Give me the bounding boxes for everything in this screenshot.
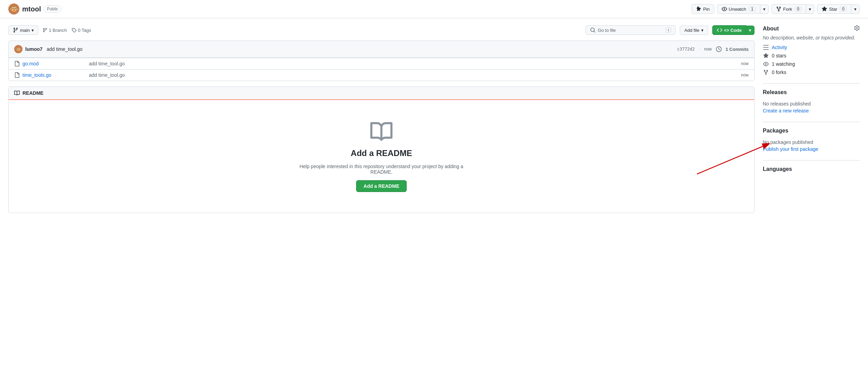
- divider-2: [763, 122, 860, 122]
- branch-name: main: [20, 28, 30, 33]
- commit-meta: c3772d2 · now 1 Commits: [677, 46, 749, 52]
- add-file-button[interactable]: Add file ▾: [680, 26, 708, 35]
- pin-icon: [696, 6, 702, 12]
- star-button[interactable]: Star 0: [817, 4, 851, 14]
- goto-file-label: Go to file: [598, 28, 616, 33]
- commit-message: add time_tool.go: [47, 46, 83, 52]
- gear-button[interactable]: [854, 25, 860, 32]
- goto-file-shortcut: t: [666, 27, 671, 33]
- stat-list: Activity 0 stars 1 watching 0 forks: [763, 45, 860, 75]
- publish-package-link[interactable]: Publish your first package: [763, 146, 818, 152]
- code-dropdown[interactable]: ▾: [746, 26, 754, 35]
- fork-dropdown[interactable]: ▾: [806, 4, 814, 14]
- watching-count: 1 watching: [772, 61, 795, 67]
- file-name-cell: go.mod: [14, 61, 83, 66]
- readme-header: README: [9, 87, 754, 100]
- packages-none-label: No packages published: [763, 139, 860, 145]
- releases-header: Releases: [763, 89, 860, 98]
- pin-label: Pin: [703, 7, 710, 12]
- code-group: <> Code ▾: [712, 25, 754, 35]
- activity-link[interactable]: Activity: [772, 45, 787, 50]
- divider-3: [763, 160, 860, 161]
- commit-header: 🐵 lumoo7 add time_tool.go c3772d2 · now …: [8, 40, 754, 57]
- table-row: go.mod add time_tool.go now: [9, 58, 754, 69]
- readme-section: README Add a README Help people interest…: [8, 86, 754, 213]
- star-count: 0: [840, 6, 847, 12]
- pin-button[interactable]: Pin: [691, 4, 714, 14]
- unwatch-button[interactable]: Unwatch 1: [717, 4, 760, 14]
- branch-count-icon: [43, 28, 47, 33]
- unwatch-dropdown[interactable]: ▾: [760, 4, 769, 14]
- readme-description: Help people interested in this repositor…: [298, 164, 464, 175]
- commits-link[interactable]: 1 Commits: [726, 47, 749, 52]
- repo-name: mtool: [22, 5, 41, 13]
- stat-activity: Activity: [763, 45, 860, 50]
- file-link[interactable]: go.mod: [22, 61, 39, 66]
- top-bar: 🐵 mtool Public Pin Unwatch 1 ▾ Fork 0: [0, 0, 868, 18]
- unwatch-label: Unwatch: [729, 7, 747, 12]
- readme-main-title: Add a README: [351, 148, 412, 158]
- file-commit-msg: add time_tool.go: [89, 72, 735, 78]
- file-time: now: [741, 61, 749, 66]
- branch-info: 1 Branch 0 Tags: [43, 28, 91, 33]
- file-name-cell: time_tools.go: [14, 72, 83, 78]
- fork-icon: [776, 6, 781, 12]
- file-link[interactable]: time_tools.go: [22, 72, 51, 78]
- file-table: go.mod add time_tool.go now time_tools.g…: [8, 57, 754, 81]
- right-panel: About No description, website, or topics…: [763, 25, 860, 213]
- languages-section: Languages: [763, 166, 860, 172]
- code-button[interactable]: <> Code: [712, 25, 746, 35]
- fork-count: 0: [795, 6, 802, 12]
- commit-hash[interactable]: c3772d2: [677, 47, 695, 52]
- fork-stat-icon: [763, 70, 769, 75]
- readme-title: README: [22, 90, 44, 96]
- search-icon: [590, 27, 596, 33]
- star-stat-icon: [763, 53, 769, 58]
- tag-icon: [72, 28, 76, 33]
- branch-bar: main ▾ 1 Branch 0 Tags Go to file t: [8, 25, 754, 35]
- code-icon: [717, 27, 722, 33]
- visibility-badge: Public: [44, 6, 61, 12]
- main-content: main ▾ 1 Branch 0 Tags Go to file t: [0, 18, 868, 220]
- add-file-label: Add file: [684, 28, 699, 33]
- unwatch-count: 1: [749, 6, 756, 12]
- fork-button[interactable]: Fork 0: [771, 4, 806, 14]
- unwatch-group: Unwatch 1 ▾: [717, 4, 769, 14]
- fork-label: Fork: [783, 7, 792, 12]
- forks-count: 0 forks: [772, 70, 786, 75]
- commit-separator: ·: [699, 47, 700, 52]
- create-release-link[interactable]: Create a new release: [763, 108, 809, 113]
- packages-header: Packages: [763, 128, 860, 137]
- table-row: time_tools.go add time_tool.go now: [9, 69, 754, 81]
- activity-icon: [763, 45, 769, 50]
- code-label: <> Code: [724, 28, 742, 33]
- about-title: About: [763, 26, 779, 32]
- eye-icon: [722, 6, 727, 12]
- releases-section: Releases No releases published Create a …: [763, 89, 860, 113]
- commit-avatar: 🐵: [14, 45, 22, 53]
- stat-stars: 0 stars: [763, 53, 860, 58]
- fork-group: Fork 0 ▾: [771, 4, 815, 14]
- branch-selector[interactable]: main ▾: [8, 25, 38, 35]
- branch-icon: [13, 27, 18, 33]
- divider-1: [763, 83, 860, 84]
- tags-count-link[interactable]: 0 Tags: [72, 28, 91, 33]
- stars-count: 0 stars: [772, 53, 786, 58]
- releases-none-label: No releases published: [763, 101, 860, 107]
- branch-count-link[interactable]: 1 Branch: [43, 28, 67, 33]
- repo-actions: Pin Unwatch 1 ▾ Fork 0 ▾ Star 0: [691, 4, 860, 14]
- stat-watching: 1 watching: [763, 61, 860, 67]
- readme-book-icon: [370, 121, 392, 143]
- go-to-file-input[interactable]: Go to file t: [586, 25, 676, 35]
- commit-author[interactable]: lumoo7: [25, 46, 43, 52]
- avatar: 🐵: [8, 3, 19, 15]
- star-dropdown[interactable]: ▾: [851, 4, 860, 14]
- add-readme-button[interactable]: Add a README: [356, 180, 406, 192]
- star-group: Star 0 ▾: [817, 4, 860, 14]
- commit-info: 🐵 lumoo7 add time_tool.go: [14, 45, 82, 53]
- eye-stat-icon: [763, 61, 769, 67]
- file-icon: [14, 72, 20, 78]
- star-icon: [822, 6, 827, 12]
- about-description: No description, website, or topics provi…: [763, 35, 860, 40]
- languages-title: Languages: [763, 166, 792, 172]
